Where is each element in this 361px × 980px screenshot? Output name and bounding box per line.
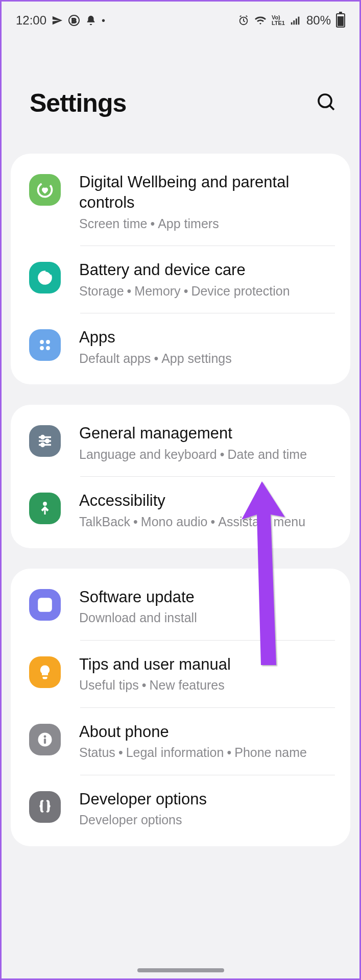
svg-point-22 bbox=[43, 502, 47, 506]
status-bar: 12:00 B • Vo)LTE1 80% bbox=[2, 2, 359, 32]
page-title: Settings bbox=[30, 88, 126, 118]
svg-line-8 bbox=[330, 106, 334, 110]
item-title: Accessibility bbox=[79, 491, 335, 511]
swirl-icon bbox=[29, 262, 61, 293]
settings-group: General managementLanguage and keyboard•… bbox=[11, 405, 350, 548]
item-title: Software update bbox=[79, 587, 335, 607]
settings-item-developer-options[interactable]: Developer optionsDeveloper options bbox=[11, 775, 350, 842]
item-subtitle: Download and install bbox=[79, 609, 335, 627]
settings-item-tips-user-manual[interactable]: Tips and user manualUseful tips•New feat… bbox=[11, 640, 350, 707]
info-icon bbox=[29, 724, 61, 755]
braces-icon bbox=[29, 791, 61, 823]
svg-point-21 bbox=[41, 444, 44, 447]
svg-rect-6 bbox=[298, 17, 300, 25]
battery-percent: 80% bbox=[306, 13, 331, 28]
wifi-icon bbox=[254, 14, 267, 27]
signal-icon bbox=[290, 15, 301, 26]
svg-rect-26 bbox=[44, 738, 46, 744]
refresh-icon bbox=[29, 589, 61, 621]
heart-circle-icon bbox=[29, 174, 61, 206]
status-time: 12:00 bbox=[16, 13, 46, 28]
svg-point-12 bbox=[40, 340, 44, 344]
svg-point-25 bbox=[44, 735, 46, 738]
svg-rect-4 bbox=[293, 20, 295, 24]
svg-point-17 bbox=[41, 436, 44, 439]
svg-point-13 bbox=[46, 340, 50, 344]
page-header: Settings bbox=[2, 32, 359, 154]
item-title: Digital Wellbeing and parental controls bbox=[79, 172, 335, 213]
svg-rect-5 bbox=[296, 18, 297, 24]
circle-b-icon: B bbox=[68, 14, 80, 27]
settings-item-general-management[interactable]: General managementLanguage and keyboard•… bbox=[11, 409, 350, 476]
item-title: Apps bbox=[79, 327, 335, 348]
item-subtitle: Developer options bbox=[79, 812, 335, 829]
settings-item-battery-device-care[interactable]: Battery and device careStorage•Memory•De… bbox=[11, 246, 350, 313]
item-subtitle: Useful tips•New features bbox=[79, 677, 335, 694]
volte-icon: Vo)LTE1 bbox=[272, 15, 285, 26]
settings-item-digital-wellbeing[interactable]: Digital Wellbeing and parental controlsS… bbox=[11, 158, 350, 246]
item-subtitle: Storage•Memory•Device protection bbox=[79, 283, 335, 300]
dots-icon bbox=[29, 329, 61, 361]
item-title: Tips and user manual bbox=[79, 654, 335, 675]
battery-icon bbox=[336, 13, 345, 28]
settings-item-apps[interactable]: AppsDefault apps•App settings bbox=[11, 313, 350, 380]
phone-screen: 12:00 B • Vo)LTE1 80% bbox=[0, 0, 361, 980]
person-icon bbox=[29, 493, 61, 524]
send-icon bbox=[52, 15, 63, 26]
bell-icon bbox=[85, 15, 97, 26]
settings-group: Software updateDownload and installTips … bbox=[11, 569, 350, 846]
svg-point-14 bbox=[40, 346, 44, 350]
item-title: About phone bbox=[79, 722, 335, 742]
svg-rect-3 bbox=[291, 22, 293, 25]
home-indicator[interactable] bbox=[137, 968, 224, 972]
alarm-icon bbox=[238, 15, 249, 26]
settings-item-accessibility[interactable]: AccessibilityTalkBack•Mono audio•Assista… bbox=[11, 476, 350, 544]
item-title: General management bbox=[79, 423, 335, 444]
item-subtitle: Default apps•App settings bbox=[79, 350, 335, 368]
item-subtitle: TalkBack•Mono audio•Assistant menu bbox=[79, 513, 335, 531]
search-icon bbox=[316, 92, 336, 112]
item-subtitle: Screen time•App timers bbox=[79, 215, 335, 233]
settings-item-about-phone[interactable]: About phoneStatus•Legal information•Phon… bbox=[11, 707, 350, 775]
search-button[interactable] bbox=[316, 92, 336, 114]
item-subtitle: Language and keyboard•Date and time bbox=[79, 446, 335, 463]
svg-point-15 bbox=[46, 346, 50, 350]
item-title: Developer options bbox=[79, 789, 335, 810]
settings-item-software-update[interactable]: Software updateDownload and install bbox=[11, 573, 350, 640]
settings-group: Digital Wellbeing and parental controlsS… bbox=[11, 154, 350, 384]
svg-point-7 bbox=[319, 94, 331, 107]
item-subtitle: Status•Legal information•Phone name bbox=[79, 744, 335, 762]
svg-point-19 bbox=[46, 439, 49, 443]
dot-icon: • bbox=[102, 15, 105, 27]
svg-text:B: B bbox=[71, 17, 76, 24]
sliders-icon bbox=[29, 425, 61, 457]
item-title: Battery and device care bbox=[79, 260, 335, 280]
bulb-icon bbox=[29, 656, 61, 688]
